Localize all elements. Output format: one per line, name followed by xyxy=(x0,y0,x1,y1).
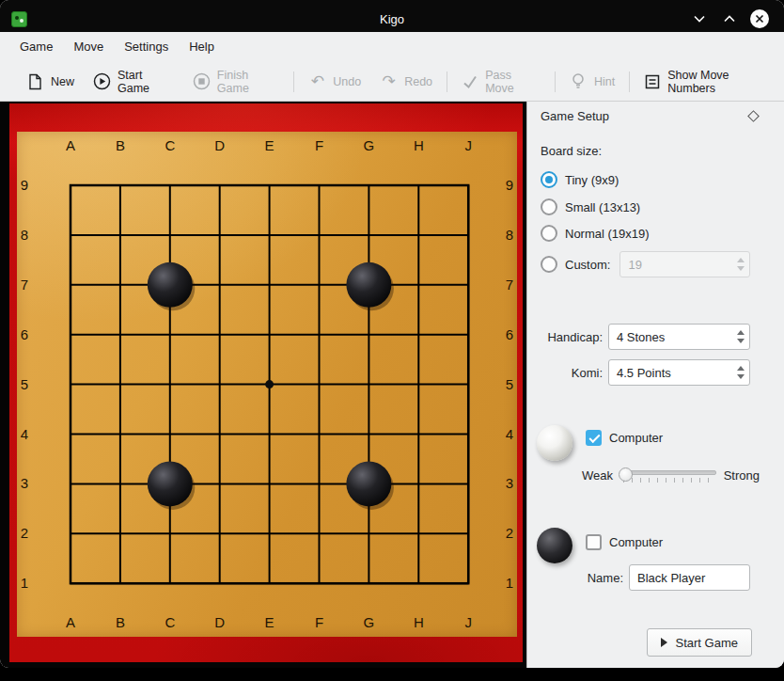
toolbar: New Start Game Finish Game ↶ Undo ↷ Redo… xyxy=(0,62,784,102)
spin-up-button[interactable] xyxy=(737,330,745,335)
column-label: H xyxy=(414,137,424,153)
handicap-spinbox[interactable]: 4 Stones xyxy=(608,324,750,350)
panel-title: Game Setup xyxy=(541,109,609,123)
toolbar-button-show-move-numbers[interactable]: Show Move Numbers xyxy=(635,68,784,96)
kigo-app-icon xyxy=(11,11,27,27)
radio-tiny[interactable] xyxy=(541,171,557,188)
start-game-button[interactable]: Start Game xyxy=(647,628,752,657)
menu-item-game[interactable]: Game xyxy=(9,32,63,62)
toolbar-button-hint: Hint xyxy=(560,68,624,96)
strength-slider-handle[interactable] xyxy=(619,467,633,482)
column-label: F xyxy=(315,614,323,630)
handicap-value: 4 Stones xyxy=(609,330,731,344)
board-view: AABBCCDDEEFFGGHHJJ998877665544332211 xyxy=(0,102,526,668)
radio-row-small[interactable]: Small (13x13) xyxy=(541,198,640,215)
toolbar-button-new[interactable]: New xyxy=(17,68,84,96)
radio-normal-label: Normal (19x19) xyxy=(565,227,650,241)
toolbar-separator xyxy=(293,71,294,92)
menu-item-help[interactable]: Help xyxy=(179,32,225,62)
toolbar-button-pass-move: Pass Move xyxy=(452,68,550,96)
main-content: AABBCCDDEEFFGGHHJJ998877665544332211 Gam… xyxy=(0,102,784,668)
radio-row-tiny[interactable]: Tiny (9x9) xyxy=(541,171,619,188)
custom-size-value: 19 xyxy=(620,258,731,272)
row-label: 8 xyxy=(21,227,28,243)
toolbar-label: New xyxy=(51,75,74,88)
column-label: C xyxy=(165,614,175,630)
menu-item-move[interactable]: Move xyxy=(63,32,114,62)
close-button[interactable] xyxy=(750,9,769,28)
stop-circle-icon xyxy=(193,72,211,90)
row-label: 2 xyxy=(21,525,28,541)
black-stone xyxy=(346,461,391,506)
spin-buttons xyxy=(731,325,749,349)
row-label: 6 xyxy=(506,326,513,342)
row-label: 2 xyxy=(506,525,513,541)
column-label: H xyxy=(414,614,424,630)
go-board[interactable]: AABBCCDDEEFFGGHHJJ998877665544332211 xyxy=(17,132,517,637)
toolbar-separator xyxy=(555,71,556,92)
radio-tiny-label: Tiny (9x9) xyxy=(565,173,619,187)
play-icon xyxy=(661,638,667,647)
checkmark-icon xyxy=(462,72,478,90)
spin-buttons xyxy=(731,252,749,277)
strong-label: Strong xyxy=(724,468,760,483)
radio-custom-label: Custom: xyxy=(565,258,610,272)
column-label: E xyxy=(265,614,274,630)
spin-down-button[interactable] xyxy=(737,339,745,343)
maximize-button[interactable] xyxy=(720,9,739,28)
toolbar-separator xyxy=(629,71,630,92)
game-setup-panel: Game Setup Board size: Tiny (9x9) Small … xyxy=(526,102,784,668)
column-label: D xyxy=(214,137,225,153)
column-label: G xyxy=(364,137,375,153)
column-label: J xyxy=(464,614,472,630)
column-label: J xyxy=(464,137,472,153)
slider-ticks xyxy=(623,478,713,483)
komi-label: Komi: xyxy=(541,366,603,380)
custom-size-spinbox: 19 xyxy=(619,251,750,277)
toolbar-separator xyxy=(447,71,447,92)
lightbulb-icon xyxy=(570,72,588,90)
numbered-board-icon xyxy=(644,72,661,90)
window-controls xyxy=(690,0,769,32)
minimize-button[interactable] xyxy=(690,9,709,28)
redo-arrow-icon: ↷ xyxy=(380,72,398,90)
star-point xyxy=(265,380,274,388)
column-label: A xyxy=(66,137,75,153)
name-label: Name: xyxy=(584,571,623,585)
row-label: 3 xyxy=(506,475,513,491)
board-size-label: Board size: xyxy=(541,144,602,158)
radio-small[interactable] xyxy=(541,198,557,215)
chevron-up-icon xyxy=(724,15,735,23)
komi-spinbox[interactable]: 4.5 Points xyxy=(608,359,750,386)
column-label: F xyxy=(315,137,323,153)
row-label: 7 xyxy=(21,277,28,293)
white-stone-avatar xyxy=(537,425,572,461)
play-circle-icon xyxy=(93,72,111,90)
row-label: 3 xyxy=(21,475,28,491)
radio-small-label: Small (13x13) xyxy=(565,200,640,214)
menu-item-settings[interactable]: Settings xyxy=(114,32,179,62)
handicap-label: Handicap: xyxy=(541,330,603,344)
strength-row: Weak Strong xyxy=(582,465,760,485)
white-computer-checkbox[interactable] xyxy=(586,430,602,446)
player-name-input[interactable] xyxy=(629,564,750,591)
toolbar-button-start-game[interactable]: Start Game xyxy=(84,68,183,96)
close-icon xyxy=(755,10,764,27)
dock-float-icon[interactable] xyxy=(747,110,760,122)
toolbar-label: Undo xyxy=(333,75,361,88)
new-document-icon xyxy=(26,72,44,90)
spin-down-icon xyxy=(737,266,745,271)
row-label: 9 xyxy=(21,177,28,193)
kigo-window: Kigo Game Move Settings Help New Start G… xyxy=(0,0,784,668)
toolbar-label: Show Move Numbers xyxy=(667,69,775,95)
toolbar-label: Finish Game xyxy=(217,69,279,95)
spin-down-button[interactable] xyxy=(737,374,745,379)
strength-slider[interactable] xyxy=(620,466,716,484)
radio-row-normal[interactable]: Normal (19x19) xyxy=(541,225,650,242)
column-label: D xyxy=(214,614,225,630)
window-titlebar: Kigo xyxy=(0,0,784,32)
radio-custom[interactable] xyxy=(541,256,557,273)
radio-normal[interactable] xyxy=(541,225,557,242)
spin-up-button[interactable] xyxy=(737,366,745,371)
black-computer-checkbox[interactable] xyxy=(586,534,602,550)
